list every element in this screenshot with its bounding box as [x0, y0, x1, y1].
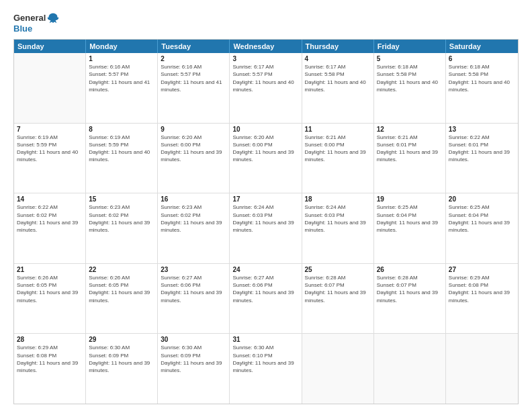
sunset-text: Sunset: 5:59 PM: [17, 141, 83, 148]
calendar-cell: 26Sunrise: 6:28 AMSunset: 6:07 PMDayligh…: [374, 264, 446, 334]
calendar-cell: 28Sunrise: 6:29 AMSunset: 6:08 PMDayligh…: [14, 334, 86, 404]
sunrise-text: Sunrise: 6:17 AM: [232, 63, 298, 71]
calendar-cell: 20Sunrise: 6:25 AMSunset: 6:04 PMDayligh…: [446, 193, 518, 263]
calendar-cell: [374, 334, 446, 404]
calendar-cell: 25Sunrise: 6:28 AMSunset: 6:07 PMDayligh…: [302, 264, 374, 334]
sunrise-text: Sunrise: 6:18 AM: [449, 63, 515, 71]
day-number: 10: [232, 126, 298, 133]
day-number: 31: [232, 336, 298, 343]
calendar-cell: 2Sunrise: 6:16 AMSunset: 5:57 PMDaylight…: [158, 53, 230, 123]
day-number: 3: [232, 55, 298, 62]
daylight-text: Daylight: 11 hours and 39 minutes.: [377, 289, 443, 304]
calendar-cell: 8Sunrise: 6:19 AMSunset: 5:59 PMDaylight…: [86, 124, 158, 193]
sunrise-text: Sunrise: 6:24 AM: [305, 203, 371, 211]
sunset-text: Sunset: 6:05 PM: [17, 281, 83, 289]
calendar-cell: 12Sunrise: 6:21 AMSunset: 6:01 PMDayligh…: [374, 124, 446, 193]
daylight-text: Daylight: 11 hours and 39 minutes.: [17, 359, 83, 374]
calendar-cell: 29Sunrise: 6:30 AMSunset: 6:09 PMDayligh…: [86, 334, 158, 404]
calendar-header-cell: Saturday: [446, 40, 518, 53]
day-number: 18: [305, 195, 371, 203]
daylight-text: Daylight: 11 hours and 39 minutes.: [161, 219, 226, 234]
calendar-header-cell: Monday: [86, 40, 158, 53]
calendar-cell: 5Sunrise: 6:18 AMSunset: 5:58 PMDaylight…: [374, 53, 446, 123]
sunrise-text: Sunrise: 6:19 AM: [89, 134, 154, 141]
sunset-text: Sunset: 6:07 PM: [377, 281, 443, 289]
sunrise-text: Sunrise: 6:24 AM: [232, 203, 298, 211]
daylight-text: Daylight: 11 hours and 39 minutes.: [232, 148, 298, 163]
day-number: 17: [232, 195, 298, 203]
sunset-text: Sunset: 5:58 PM: [449, 71, 515, 78]
sunrise-text: Sunrise: 6:26 AM: [17, 274, 83, 281]
day-number: 21: [17, 266, 83, 273]
daylight-text: Daylight: 11 hours and 39 minutes.: [89, 359, 154, 374]
calendar-cell: 6Sunrise: 6:18 AMSunset: 5:58 PMDaylight…: [446, 53, 518, 123]
sunrise-text: Sunrise: 6:19 AM: [17, 134, 83, 141]
sunrise-text: Sunrise: 6:26 AM: [89, 274, 154, 281]
day-number: 19: [377, 195, 443, 203]
calendar-cell: [14, 53, 86, 123]
sunrise-text: Sunrise: 6:29 AM: [449, 274, 515, 281]
sunset-text: Sunset: 6:00 PM: [161, 141, 226, 148]
daylight-text: Daylight: 11 hours and 39 minutes.: [17, 289, 83, 304]
daylight-text: Daylight: 11 hours and 39 minutes.: [89, 289, 154, 304]
sunset-text: Sunset: 6:09 PM: [89, 352, 154, 359]
calendar-row: 1Sunrise: 6:16 AMSunset: 5:57 PMDaylight…: [14, 53, 518, 124]
daylight-text: Daylight: 11 hours and 41 minutes.: [161, 79, 226, 93]
day-number: 26: [377, 266, 443, 273]
logo-container: General Blue: [13, 12, 59, 34]
day-number: 23: [161, 266, 226, 273]
daylight-text: Daylight: 11 hours and 41 minutes.: [89, 79, 154, 93]
calendar-cell: [446, 334, 518, 404]
day-number: 4: [305, 55, 371, 62]
day-number: 16: [161, 195, 226, 203]
daylight-text: Daylight: 11 hours and 39 minutes.: [161, 359, 226, 374]
daylight-text: Daylight: 11 hours and 40 minutes.: [305, 79, 371, 93]
sunrise-text: Sunrise: 6:23 AM: [161, 203, 226, 211]
sunset-text: Sunset: 6:02 PM: [161, 212, 226, 219]
calendar-cell: [302, 334, 374, 404]
sunrise-text: Sunrise: 6:20 AM: [161, 134, 226, 141]
daylight-text: Daylight: 11 hours and 39 minutes.: [89, 219, 154, 234]
sunset-text: Sunset: 6:00 PM: [232, 141, 298, 148]
calendar-cell: 27Sunrise: 6:29 AMSunset: 6:08 PMDayligh…: [446, 264, 518, 334]
sunset-text: Sunset: 6:03 PM: [232, 212, 298, 219]
calendar-cell: 15Sunrise: 6:23 AMSunset: 6:02 PMDayligh…: [86, 193, 158, 263]
daylight-text: Daylight: 11 hours and 39 minutes.: [161, 289, 226, 304]
day-number: 9: [161, 126, 226, 133]
sunrise-text: Sunrise: 6:22 AM: [449, 134, 515, 141]
sunrise-text: Sunrise: 6:16 AM: [161, 63, 226, 71]
logo-bird-icon: [47, 12, 59, 24]
daylight-text: Daylight: 11 hours and 39 minutes.: [305, 219, 371, 234]
calendar-cell: 18Sunrise: 6:24 AMSunset: 6:03 PMDayligh…: [302, 193, 374, 263]
daylight-text: Daylight: 11 hours and 39 minutes.: [305, 289, 371, 304]
daylight-text: Daylight: 11 hours and 40 minutes.: [17, 148, 83, 163]
sunrise-text: Sunrise: 6:28 AM: [305, 274, 371, 281]
calendar-cell: 13Sunrise: 6:22 AMSunset: 6:01 PMDayligh…: [446, 124, 518, 193]
sunset-text: Sunset: 5:58 PM: [305, 71, 371, 78]
daylight-text: Daylight: 11 hours and 39 minutes.: [449, 219, 515, 234]
sunrise-text: Sunrise: 6:27 AM: [161, 274, 226, 281]
page: General Blue SundayMondayTuesdayWednesda…: [0, 0, 532, 411]
header: General Blue: [13, 12, 519, 34]
calendar-cell: 24Sunrise: 6:27 AMSunset: 6:06 PMDayligh…: [230, 264, 302, 334]
calendar-cell: 19Sunrise: 6:25 AMSunset: 6:04 PMDayligh…: [374, 193, 446, 263]
sunset-text: Sunset: 6:05 PM: [89, 281, 154, 289]
sunrise-text: Sunrise: 6:25 AM: [377, 203, 443, 211]
calendar: SundayMondayTuesdayWednesdayThursdayFrid…: [13, 39, 519, 404]
sunset-text: Sunset: 5:58 PM: [377, 71, 443, 78]
sunrise-text: Sunrise: 6:30 AM: [161, 344, 226, 351]
sunset-text: Sunset: 6:09 PM: [161, 352, 226, 359]
calendar-cell: 17Sunrise: 6:24 AMSunset: 6:03 PMDayligh…: [230, 193, 302, 263]
sunrise-text: Sunrise: 6:23 AM: [89, 203, 154, 211]
sunrise-text: Sunrise: 6:16 AM: [89, 63, 154, 71]
day-number: 2: [161, 55, 226, 62]
day-number: 8: [89, 126, 154, 133]
day-number: 5: [377, 55, 443, 62]
calendar-cell: 4Sunrise: 6:17 AMSunset: 5:58 PMDaylight…: [302, 53, 374, 123]
day-number: 27: [449, 266, 515, 273]
calendar-header-cell: Friday: [374, 40, 446, 53]
day-number: 7: [17, 126, 83, 133]
calendar-cell: 31Sunrise: 6:30 AMSunset: 6:10 PMDayligh…: [230, 334, 302, 404]
daylight-text: Daylight: 11 hours and 40 minutes.: [89, 148, 154, 163]
daylight-text: Daylight: 11 hours and 39 minutes.: [232, 359, 298, 374]
